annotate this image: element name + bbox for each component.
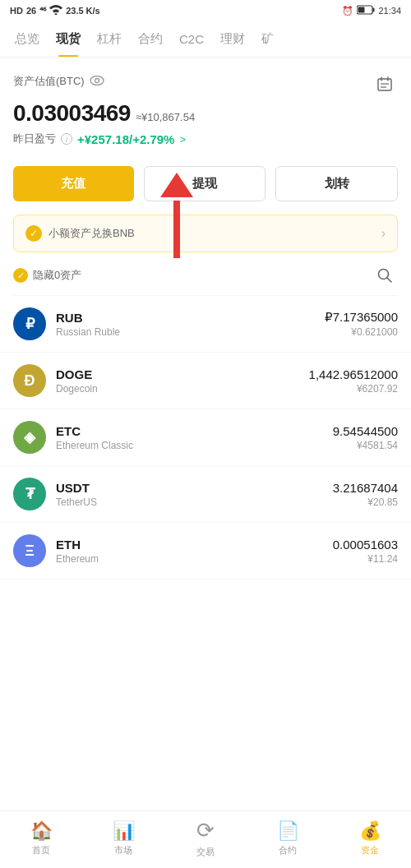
hide-zero-row[interactable]: ✓ 隐藏0资产 <box>13 268 81 283</box>
tab-overview[interactable]: 总览 <box>7 21 48 57</box>
rub-cny: ¥0.621000 <box>325 326 398 338</box>
etc-name: ETC <box>56 424 333 438</box>
asset-label-text: 资产估值(BTC) <box>13 74 85 89</box>
rub-name: RUB <box>56 311 325 325</box>
coin-icon-doge: Ð <box>13 364 46 397</box>
assets-icon: 💰 <box>359 820 381 842</box>
etc-cny: ¥4581.54 <box>333 440 398 451</box>
etc-fullname: Ethereum Classic <box>56 440 333 451</box>
asset-item-rub[interactable]: ₽ RUB Russian Ruble ₽7.17365000 ¥0.62100… <box>0 296 411 353</box>
contract-label: 合约 <box>279 844 297 856</box>
asset-item-usdt[interactable]: ₮ USDT TetherUS 3.21687404 ¥20.85 <box>0 466 411 523</box>
bnb-banner[interactable]: ✓ 小额资产兑换BNB › <box>13 215 398 252</box>
svg-rect-2 <box>358 7 365 13</box>
doge-cny: ¥6207.92 <box>309 383 398 395</box>
tab-mine[interactable]: 矿 <box>253 21 282 57</box>
asset-pnl-row: 昨日盈亏 i +¥257.18/+2.79% > <box>13 132 398 146</box>
usdt-symbol: ₮ <box>25 485 35 503</box>
eye-icon[interactable] <box>90 75 104 88</box>
bottom-nav-market[interactable]: 📊 市场 <box>82 820 164 856</box>
rub-fullname: Russian Ruble <box>56 326 325 338</box>
asset-item-etc[interactable]: ◈ ETC Ethereum Classic 9.54544500 ¥4581.… <box>0 409 411 466</box>
doge-balance: 1,442.96512000 ¥6207.92 <box>309 367 398 395</box>
doge-symbol: Ð <box>25 372 35 390</box>
bnb-arrow-icon: › <box>381 226 386 241</box>
arrow-head <box>160 173 193 197</box>
rub-symbol: ₽ <box>25 315 35 333</box>
eth-fullname: Ethereum <box>56 553 333 565</box>
svg-line-11 <box>387 278 391 282</box>
pnl-info-icon[interactable]: i <box>61 133 72 145</box>
doge-amount: 1,442.96512000 <box>309 367 398 381</box>
svg-point-3 <box>90 76 104 85</box>
arrow-shaft <box>173 201 180 258</box>
etc-balance: 9.54544500 ¥4581.54 <box>333 424 398 451</box>
usdt-cny: ¥20.85 <box>333 496 398 508</box>
history-icon[interactable] <box>372 71 398 97</box>
coin-icon-rub: ₽ <box>13 307 46 340</box>
market-icon: 📊 <box>113 820 135 842</box>
bnb-check-icon: ✓ <box>25 225 42 242</box>
tab-finance[interactable]: 理财 <box>212 21 253 57</box>
asset-item-doge[interactable]: Ð DOGE Dogecoin 1,442.96512000 ¥6207.92 <box>0 353 411 409</box>
tab-c2c[interactable]: C2C <box>171 22 212 56</box>
doge-name: DOGE <box>56 367 309 381</box>
alarm-icon: ⏰ <box>342 6 353 16</box>
coin-icon-eth: Ξ <box>13 534 46 567</box>
bottom-nav: 🏠 首页 📊 市场 ⟳ 交易 📄 合约 💰 资金 <box>0 810 411 868</box>
bnb-text: 小额资产兑换BNB <box>48 226 135 241</box>
coin-info-doge: DOGE Dogecoin <box>56 367 309 395</box>
status-left: HD 26 ⁴⁶ 23.5 K/s <box>10 5 100 16</box>
contract-icon: 📄 <box>277 820 299 842</box>
transfer-button[interactable]: 划转 <box>275 166 398 201</box>
etc-amount: 9.54544500 <box>333 424 398 438</box>
coin-info-etc: ETC Ethereum Classic <box>56 424 333 451</box>
usdt-fullname: TetherUS <box>56 496 333 508</box>
trade-icon: ⟳ <box>196 818 215 843</box>
status-right: ⏰ 21:34 <box>342 5 401 16</box>
usdt-name: USDT <box>56 481 333 495</box>
network-speed: 23.5 K/s <box>66 6 100 16</box>
rub-amount: ₽7.17365000 <box>325 310 398 325</box>
eth-name: ETH <box>56 538 333 552</box>
asset-btc-value: 0.03003469 <box>13 100 131 127</box>
tab-contract[interactable]: 合约 <box>130 21 171 57</box>
hide-zero-label: 隐藏0资产 <box>33 268 81 283</box>
svg-rect-5 <box>378 79 391 90</box>
signal-4g: 26 <box>26 6 36 16</box>
tab-leverage[interactable]: 杠杆 <box>89 21 130 57</box>
assets-label: 资金 <box>361 844 379 856</box>
bottom-nav-home[interactable]: 🏠 首页 <box>0 820 82 856</box>
signal-4g2: ⁴⁶ <box>39 6 46 16</box>
wifi-icon <box>49 5 62 16</box>
home-label: 首页 <box>32 844 50 856</box>
coin-info-rub: RUB Russian Ruble <box>56 311 325 338</box>
battery-level <box>357 5 375 16</box>
usdt-balance: 3.21687404 ¥20.85 <box>333 481 398 508</box>
coin-info-eth: ETH Ethereum <box>56 538 333 565</box>
tab-spot[interactable]: 现货 <box>48 21 89 57</box>
action-buttons: 充值 提现 划转 <box>0 156 411 215</box>
nav-tabs: 总览 现货 杠杆 合约 C2C 理财 矿 <box>0 21 411 58</box>
market-label: 市场 <box>114 844 132 856</box>
asset-item-eth[interactable]: Ξ ETH Ethereum 0.00051603 ¥11.24 <box>0 523 411 579</box>
asset-label: 资产估值(BTC) <box>13 74 104 89</box>
bottom-nav-assets[interactable]: 💰 资金 <box>329 820 411 856</box>
pnl-value: +¥257.18/+2.79% <box>77 132 174 146</box>
bottom-nav-contract[interactable]: 📄 合约 <box>247 820 329 856</box>
trade-label: 交易 <box>196 846 215 858</box>
asset-section: 资产估值(BTC) 0.03003469 <box>0 58 411 156</box>
bottom-nav-trade[interactable]: ⟳ 交易 <box>164 818 247 858</box>
doge-fullname: Dogecoin <box>56 383 309 395</box>
coin-info-usdt: USDT TetherUS <box>56 481 333 508</box>
search-button[interactable] <box>372 262 398 289</box>
eth-amount: 0.00051603 <box>333 538 398 552</box>
pnl-arrow[interactable]: > <box>179 133 186 145</box>
svg-point-4 <box>95 79 99 83</box>
arrow-overlay <box>160 173 193 258</box>
asset-cny-approx: ≈¥10,867.54 <box>136 111 195 123</box>
coin-icon-etc: ◈ <box>13 421 46 454</box>
charge-button[interactable]: 充值 <box>13 166 134 201</box>
eth-balance: 0.00051603 ¥11.24 <box>333 538 398 565</box>
eth-symbol: Ξ <box>25 542 35 560</box>
